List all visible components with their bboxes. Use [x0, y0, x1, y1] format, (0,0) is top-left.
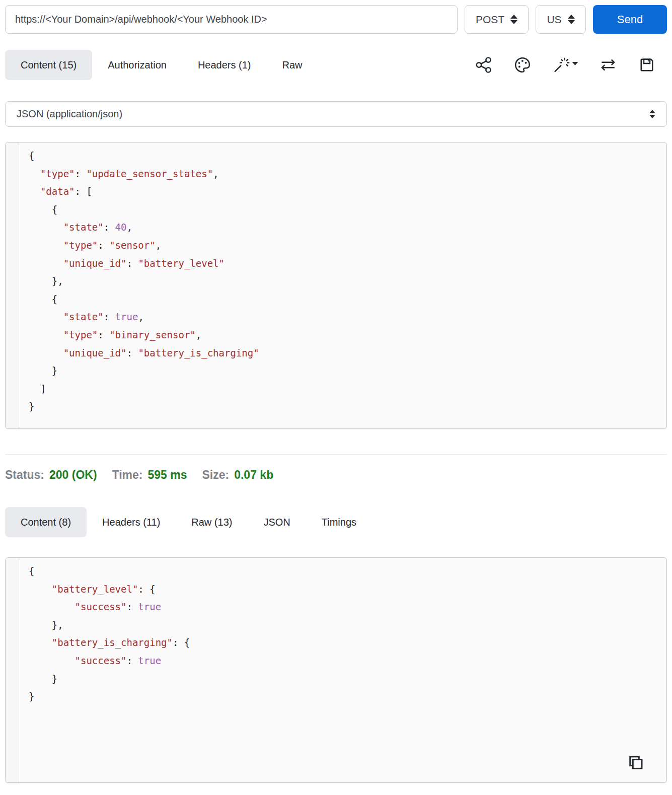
body-type-value: JSON (application/json): [17, 108, 122, 120]
response-code: { "battery_level": { "success": true }, …: [20, 558, 666, 706]
method-select-value: POST: [476, 14, 504, 26]
request-code[interactable]: { "type": "update_sensor_states", "data"…: [20, 142, 666, 416]
region-select-value: US: [547, 14, 561, 26]
api-client-page: POST US Send Content (15) Authorization …: [0, 0, 672, 783]
time-label: Time:: [112, 468, 143, 482]
request-body-panel[interactable]: { "type": "update_sensor_states", "data"…: [5, 142, 667, 429]
code-gutter: [6, 558, 19, 782]
save-icon[interactable]: [638, 56, 656, 74]
code-gutter: [6, 142, 19, 428]
size-value: 0.07 kb: [234, 468, 273, 482]
tab-response-content[interactable]: Content (8): [5, 507, 87, 537]
tab-request-content[interactable]: Content (15): [5, 50, 92, 80]
request-tabs-row: Content (15) Authorization Headers (1) R…: [5, 50, 667, 80]
tab-response-headers[interactable]: Headers (11): [87, 507, 176, 537]
request-bar: POST US Send: [5, 5, 667, 34]
tab-response-raw[interactable]: Raw (13): [176, 507, 248, 537]
response-status-row: Status: 200 (OK) Time: 595 ms Size: 0.07…: [5, 468, 667, 482]
status-label: Status:: [5, 468, 44, 482]
tab-request-raw[interactable]: Raw: [267, 50, 318, 80]
updown-arrows-icon: [568, 15, 575, 24]
palette-icon[interactable]: [513, 56, 532, 74]
url-input[interactable]: [5, 5, 458, 34]
response-tabs-row: Content (8) Headers (11) Raw (13) JSON T…: [5, 507, 667, 537]
method-select[interactable]: POST: [465, 5, 529, 34]
response-body-panel: { "battery_level": { "success": true }, …: [5, 557, 667, 783]
status-value: 200 (OK): [49, 468, 97, 482]
magic-wand-dropdown-icon[interactable]: [552, 56, 578, 74]
time-value: 595 ms: [147, 468, 187, 482]
send-button[interactable]: Send: [593, 5, 667, 34]
tab-request-authorization[interactable]: Authorization: [92, 50, 182, 80]
size-label: Size:: [202, 468, 230, 482]
updown-arrows-icon: [510, 15, 517, 24]
region-select[interactable]: US: [536, 5, 586, 34]
swap-arrows-icon[interactable]: [599, 56, 617, 74]
tab-response-json[interactable]: JSON: [248, 507, 306, 537]
copy-icon[interactable]: [627, 754, 644, 771]
section-divider: [5, 454, 667, 455]
tab-request-headers[interactable]: Headers (1): [182, 50, 267, 80]
updown-arrows-icon: [649, 110, 655, 118]
request-toolbar: [475, 56, 667, 74]
tab-response-timings[interactable]: Timings: [306, 507, 372, 537]
share-icon[interactable]: [475, 56, 493, 74]
body-type-select[interactable]: JSON (application/json): [5, 101, 667, 127]
